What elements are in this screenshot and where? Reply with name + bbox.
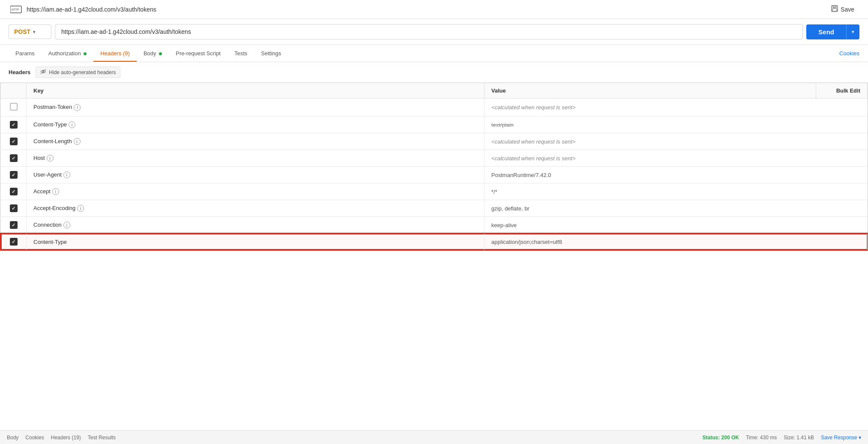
hide-autogenerated-button[interactable]: Hide auto-generated headers [36,66,120,78]
row-checkbox-cell [1,200,27,217]
info-icon[interactable]: i [77,205,84,212]
bottom-test-results[interactable]: Test Results [88,435,116,441]
value-text: application/json;charset=utf8 [491,239,562,245]
row-value: <calculated when request is sent> [484,133,867,150]
row-value: <calculated when request is sent> [484,99,867,117]
col-bulk-edit[interactable]: Bulk Edit [816,83,868,99]
method-chevron-icon: ▾ [33,30,35,34]
url-input[interactable] [55,24,803,39]
col-checkbox [1,83,27,99]
tab-authorization[interactable]: Authorization [42,45,94,62]
cookies-link[interactable]: Cookies [839,50,859,57]
table-row: Content-Lengthi<calculated when request … [1,133,868,150]
row-checkbox[interactable] [10,221,18,229]
tab-params-label: Params [15,50,35,57]
table-row: Content-Typeitext/plain [1,117,868,133]
tab-params[interactable]: Params [9,45,42,62]
row-value: PostmanRuntime/7.42.0 [484,167,867,183]
row-checkbox[interactable] [10,188,18,195]
time-text: Time: 430 ms [746,435,777,441]
title-url: https://iam.ae-ad-1.g42cloud.com/v3/auth… [27,6,156,13]
size-text: Size: 1.41 kB [784,435,814,441]
info-icon[interactable]: i [52,188,59,195]
headers-table: Key Value Bulk Edit Postman-Tokeni<calcu… [0,83,868,250]
bottom-bar: Body Cookies Headers (19) Test Results S… [0,430,868,444]
key-text: Content-Type [33,121,67,128]
info-icon[interactable]: i [74,138,81,145]
value-text: keep-alive [491,222,517,228]
headers-title: Headers [9,69,30,75]
table-row: Accepti*/* [1,183,868,200]
bottom-headers[interactable]: Headers (19) [51,435,81,441]
headers-table-container: Key Value Bulk Edit Postman-Tokeni<calcu… [0,83,868,250]
value-text: <calculated when request is sent> [491,138,576,145]
row-checkbox-cell [1,234,27,250]
key-text: Accept [33,188,51,195]
info-icon[interactable]: i [63,171,70,178]
row-checkbox[interactable] [10,238,18,246]
row-checkbox[interactable] [10,171,18,179]
tab-prerequest[interactable]: Pre-request Script [169,45,227,62]
title-bar-left: HTTP https://iam.ae-ad-1.g42cloud.com/v3… [10,5,156,14]
svg-rect-4 [832,9,837,11]
bottom-cookies[interactable]: Cookies [25,435,44,441]
row-value: gzip, deflate, br [484,200,867,217]
row-key: User-Agenti [27,167,485,183]
table-row: User-AgentiPostmanRuntime/7.42.0 [1,167,868,183]
key-text: Content-Type [33,239,67,245]
table-row: Hosti<calculated when request is sent> [1,150,868,167]
tabs-bar: Params Authorization Headers (9) Body Pr… [0,45,868,62]
row-checkbox[interactable] [10,204,18,212]
row-checkbox-cell [1,117,27,133]
row-checkbox[interactable] [10,138,18,145]
bottom-body[interactable]: Body [7,435,18,441]
row-key: Accept-Encodingi [27,200,485,217]
row-checkbox-cell [1,133,27,150]
key-text: Host [33,155,45,161]
row-checkbox[interactable] [10,121,18,129]
value-text: <calculated when request is sent> [491,155,576,162]
tab-headers-label: Headers (9) [100,50,130,57]
info-icon[interactable]: i [63,222,70,228]
tab-tests[interactable]: Tests [227,45,254,62]
svg-rect-3 [833,6,836,8]
row-checkbox-cell [1,217,27,234]
row-checkbox-cell [1,99,27,117]
key-text: Postman-Token [33,104,72,110]
value-text: */* [491,189,497,195]
row-key: Content-Type [27,234,485,250]
method-selector[interactable]: POST ▾ [9,24,51,39]
value-text: text/plain [491,122,514,128]
send-button[interactable]: Send [806,24,846,39]
save-label: Save [841,6,854,13]
row-value: */* [484,183,867,200]
key-text: Connection [33,222,62,228]
table-row: Content-Typeapplication/json;charset=utf… [1,234,868,250]
row-checkbox[interactable] [10,103,18,111]
table-header-row: Key Value Bulk Edit [1,83,868,99]
info-icon[interactable]: i [74,104,81,111]
table-row: Connectionikeep-alive [1,217,868,234]
svg-line-6 [41,69,46,74]
status-badge: Status: 200 OK [703,435,739,441]
save-icon [831,5,838,13]
tab-body[interactable]: Body [137,45,169,62]
row-key: Postman-Tokeni [27,99,485,117]
table-row: Postman-Tokeni<calculated when request i… [1,99,868,117]
key-text: User-Agent [33,171,62,178]
send-arrow-button[interactable]: ▾ [846,24,859,39]
send-button-group: Send ▾ [806,24,859,39]
row-checkbox[interactable] [10,154,18,162]
authorization-dot [84,52,87,55]
save-response-link[interactable]: Save Response ▾ [821,435,861,441]
info-icon[interactable]: i [47,155,54,162]
tab-body-label: Body [144,50,156,57]
tab-headers[interactable]: Headers (9) [93,45,137,62]
body-dot [159,52,162,55]
hide-icon [40,69,46,76]
save-button[interactable]: Save [828,3,858,15]
tab-settings[interactable]: Settings [254,45,288,62]
hide-label: Hide auto-generated headers [49,69,116,75]
key-text: Content-Length [33,138,72,144]
info-icon[interactable]: i [69,121,75,128]
